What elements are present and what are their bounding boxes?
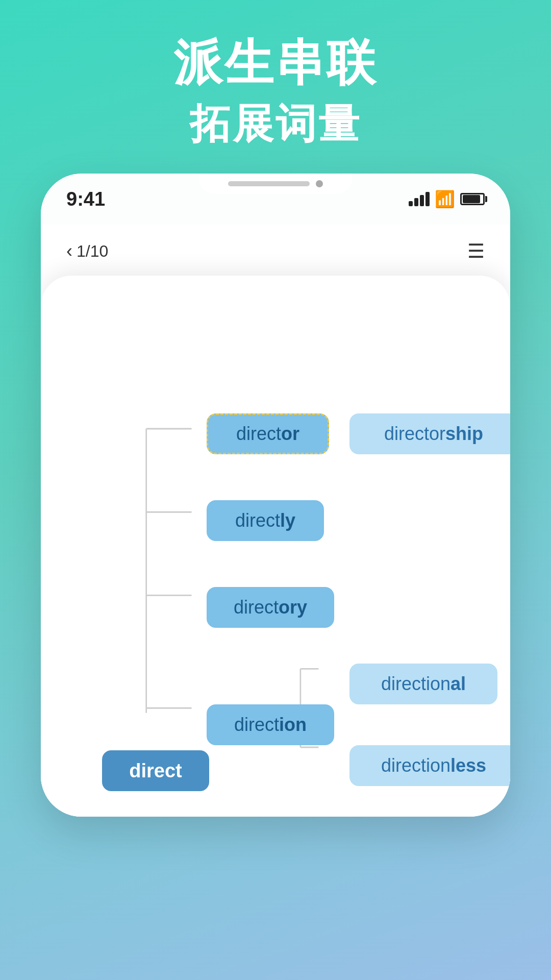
node-directional[interactable]: directional bbox=[349, 664, 497, 704]
node-directory[interactable]: directory bbox=[207, 587, 334, 628]
node-directory-text: directory bbox=[234, 597, 307, 618]
page-indicator: 1/10 bbox=[77, 242, 108, 261]
phone-notch bbox=[199, 174, 352, 194]
node-direct[interactable]: direct bbox=[102, 750, 209, 791]
tree-card: direct director directorship bbox=[41, 276, 510, 817]
header-line2: 拓展词量 bbox=[0, 97, 551, 152]
node-direction-text: direction bbox=[234, 714, 307, 736]
node-directly-text: directly bbox=[235, 510, 295, 531]
node-directionless-text: directionless bbox=[381, 755, 486, 776]
node-directorship[interactable]: directorship bbox=[349, 413, 510, 454]
app-content: ‹ 1/10 ☰ direct ☆ ← 英 🔊 [də'rekt] bbox=[41, 225, 510, 817]
header-line1: 派生串联 bbox=[0, 31, 551, 97]
notch-bar bbox=[228, 181, 310, 186]
nav-bar: ‹ 1/10 ☰ bbox=[66, 240, 485, 262]
node-directionless[interactable]: directionless bbox=[349, 745, 510, 786]
back-chevron-icon: ‹ bbox=[66, 240, 72, 262]
phone-status-bar: 9:41 📶 bbox=[41, 174, 510, 225]
phone-frame: 9:41 📶 ‹ 1/10 ☰ direct bbox=[41, 174, 510, 817]
settings-icon[interactable]: ☰ bbox=[467, 240, 485, 262]
nav-back[interactable]: ‹ 1/10 bbox=[66, 240, 108, 262]
page-header: 派生串联 拓展词量 bbox=[0, 31, 551, 152]
signal-icon bbox=[409, 192, 430, 206]
battery-icon bbox=[460, 193, 485, 205]
notch-dot bbox=[316, 180, 323, 187]
status-icons: 📶 bbox=[409, 189, 485, 209]
node-direct-text: direct bbox=[129, 760, 182, 782]
tree-container: direct director directorship bbox=[71, 306, 480, 796]
wifi-icon: 📶 bbox=[435, 189, 455, 209]
status-time: 9:41 bbox=[66, 188, 105, 210]
node-director-text: director bbox=[236, 423, 299, 445]
node-directly[interactable]: directly bbox=[207, 500, 324, 541]
node-directional-text: directional bbox=[381, 673, 466, 695]
node-direction[interactable]: direction bbox=[207, 704, 334, 745]
node-director[interactable]: director bbox=[207, 413, 329, 454]
node-directorship-text: directorship bbox=[384, 423, 483, 445]
